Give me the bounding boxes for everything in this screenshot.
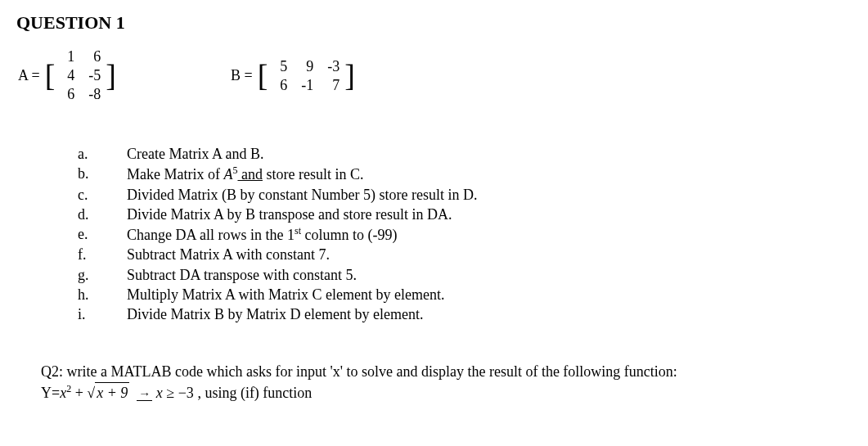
task-text: Divide Matrix A by B transpose and store…	[127, 205, 852, 224]
matrix-b-grid: 5 9 -3 6 -1 7	[272, 58, 340, 94]
task-text: Change DA all rows in the 1st column to …	[127, 224, 852, 245]
task-letter: c.	[78, 185, 94, 205]
q2-sqrt-inner: x + 9	[97, 385, 128, 401]
task-text: Make Matrix of A5 and store result in C.	[127, 164, 852, 184]
matrix-a-cell: 6	[60, 86, 74, 103]
task-e-prefix: Change DA all rows in the 1	[127, 227, 295, 243]
task-letter: e.	[78, 224, 94, 245]
task-e-suffix: column to (-99)	[301, 227, 397, 243]
matrix-a-cell: 6	[86, 48, 101, 65]
matrices-row: A = [ 1 6 4 -5 6 -8 ] B = [ 5 9 -3 6 -1 …	[16, 48, 852, 103]
q2-sqrt-content: x + 9	[95, 382, 129, 403]
task-text: Divided Matrix (B by constant Number 5) …	[127, 185, 852, 205]
q2-cond-ge: ≥ −3	[163, 385, 198, 401]
task-letter: d.	[78, 205, 94, 224]
task-letter: g.	[78, 265, 94, 285]
task-c: c. Divided Matrix (B by constant Number …	[78, 185, 852, 205]
task-letter: f.	[78, 245, 94, 264]
matrix-b-cell: 5	[272, 58, 287, 75]
task-e: e. Change DA all rows in the 1st column …	[78, 224, 852, 245]
task-letter: i.	[78, 304, 94, 324]
matrix-b-block: B = [ 5 9 -3 6 -1 7 ]	[231, 48, 355, 103]
matrix-a-grid: 1 6 4 -5 6 -8	[60, 48, 101, 103]
task-text: Divide Matrix B by Matrix D element by e…	[127, 304, 852, 324]
task-e-sup: st	[295, 225, 301, 237]
tasks-list: a. Create Matrix A and B. b. Make Matrix…	[16, 144, 852, 325]
task-b-var: A	[223, 166, 232, 182]
matrix-a-label: A =	[18, 67, 40, 84]
task-i: i. Divide Matrix B by Matrix D element b…	[78, 304, 852, 324]
sqrt-icon: √	[87, 385, 95, 401]
task-text: Subtract DA transpose with constant 5.	[127, 265, 852, 285]
q2-plus: +	[71, 385, 87, 401]
matrix-b-rbracket: ]	[344, 63, 355, 88]
task-text: Subtract Matrix A with constant 7.	[127, 245, 852, 264]
task-f: f. Subtract Matrix A with constant 7.	[78, 245, 852, 264]
q2-line1: Q2: write a MATLAB code which asks for i…	[41, 362, 852, 382]
task-text: Create Matrix A and B.	[127, 144, 852, 164]
q2-cond-x: x	[156, 385, 163, 401]
matrix-b-cell: -1	[299, 77, 313, 94]
matrix-a-block: A = [ 1 6 4 -5 6 -8 ]	[18, 48, 116, 103]
q2-y: Y=	[41, 385, 60, 401]
task-b: b. Make Matrix of A5 and store result in…	[78, 164, 852, 184]
matrix-b-lbracket: [	[258, 63, 268, 88]
matrix-a-lbracket: [	[45, 63, 56, 88]
matrix-a-rbracket: ]	[106, 63, 116, 88]
question-title: QUESTION 1	[16, 12, 852, 34]
matrix-a-cell: -5	[86, 67, 101, 84]
task-b-under: and	[237, 166, 263, 182]
matrix-a-cell: 1	[60, 48, 74, 65]
task-text: Multiply Matrix A with Matrix C element …	[127, 285, 852, 304]
q2-equation: Y=x2 + √x + 9 → x ≥ −3 , using (if) func…	[41, 382, 852, 403]
task-letter: h.	[78, 285, 94, 304]
question-2: Q2: write a MATLAB code which asks for i…	[16, 362, 852, 403]
matrix-a-cell: -8	[86, 86, 101, 103]
task-letter: a.	[78, 144, 94, 164]
matrix-a-cell: 4	[60, 67, 74, 84]
task-letter: b.	[78, 164, 94, 184]
task-b-prefix: Make Matrix of	[127, 166, 223, 182]
arrow-icon: →	[137, 387, 152, 401]
task-g: g. Subtract DA transpose with constant 5…	[78, 265, 852, 285]
q2-tail: , using (if) function	[197, 385, 312, 401]
matrix-b-cell: 9	[299, 58, 313, 75]
matrix-b-cell: 7	[325, 77, 340, 94]
matrix-b-cell: 6	[272, 77, 287, 94]
task-b-suffix: store result in C.	[263, 166, 364, 182]
matrix-b-cell: -3	[325, 58, 340, 75]
q2-x: x	[60, 385, 66, 401]
task-a: a. Create Matrix A and B.	[78, 144, 852, 164]
task-h: h. Multiply Matrix A with Matrix C eleme…	[78, 285, 852, 304]
matrix-b-label: B =	[231, 67, 253, 84]
task-d: d. Divide Matrix A by B transpose and st…	[78, 205, 852, 224]
